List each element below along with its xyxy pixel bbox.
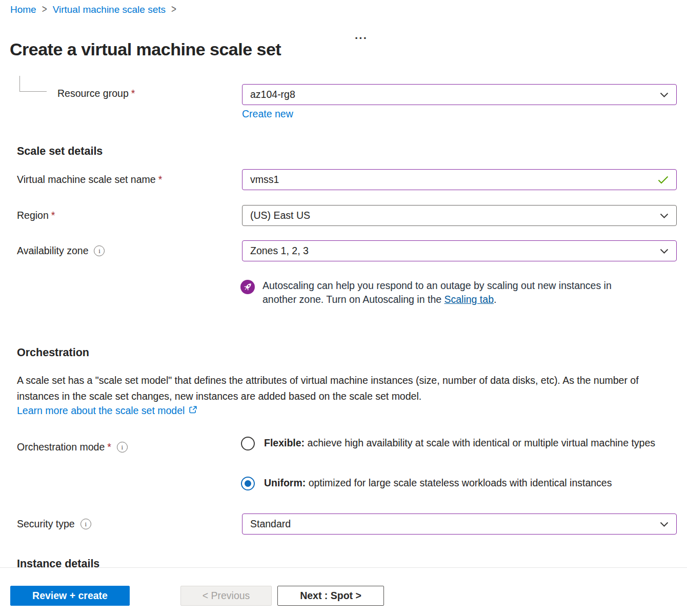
- availability-zone-dropdown[interactable]: Zones 1, 2, 3: [242, 240, 677, 261]
- scaling-tab-link[interactable]: Scaling tab: [444, 294, 494, 305]
- footer-divider: [0, 567, 687, 568]
- valid-check-icon: [658, 176, 669, 184]
- vm-name-input[interactable]: vmss1: [242, 169, 677, 190]
- required-asterisk: *: [131, 88, 135, 99]
- security-type-dropdown[interactable]: Standard: [242, 514, 677, 535]
- autoscaling-note-text: Autoscaling can help you respond to an o…: [262, 279, 642, 306]
- radio-option-uniform[interactable]: Uniform: optimized for large scale state…: [241, 475, 674, 491]
- resource-group-label: Resource group *: [57, 88, 135, 99]
- region-value: (US) East US: [250, 210, 310, 221]
- chevron-down-icon: [660, 522, 669, 527]
- availability-zone-value: Zones 1, 2, 3: [250, 245, 309, 257]
- review-create-button[interactable]: Review + create: [10, 586, 130, 606]
- info-icon[interactable]: i: [80, 519, 91, 529]
- security-type-value: Standard: [250, 518, 291, 530]
- chevron-right-icon: >: [171, 4, 176, 16]
- orchestration-description: A scale set has a "scale set model" that…: [17, 373, 680, 404]
- required-asterisk: *: [158, 174, 163, 186]
- radio-unselected-icon[interactable]: [241, 437, 255, 450]
- learn-more-link[interactable]: Learn more about the scale set model: [17, 405, 185, 417]
- orchestration-heading: Orchestration: [17, 346, 89, 359]
- availability-zone-label: Availability zone i: [17, 245, 105, 257]
- flexible-option-text[interactable]: Flexible: achieve high availability at s…: [264, 435, 659, 451]
- learn-more-link-wrap: Learn more about the scale set model: [17, 405, 197, 417]
- chevron-down-icon: [660, 213, 669, 218]
- info-icon[interactable]: i: [117, 442, 128, 453]
- external-link-icon: [189, 405, 197, 416]
- uniform-option-text[interactable]: Uniform: optimized for large scale state…: [264, 475, 674, 491]
- previous-button[interactable]: < Previous: [180, 586, 272, 606]
- vm-name-label: Virtual machine scale set name *: [17, 174, 162, 186]
- orchestration-mode-label: Orchestration mode * i: [17, 441, 128, 453]
- breadcrumb: Home > Virtual machine scale sets >: [10, 4, 182, 15]
- region-label: Region *: [17, 210, 55, 221]
- radio-option-flexible[interactable]: Flexible: achieve high availability at s…: [241, 435, 659, 451]
- scale-set-details-heading: Scale set details: [17, 145, 103, 158]
- resource-group-dropdown[interactable]: az104-rg8: [242, 84, 677, 105]
- breadcrumb-home[interactable]: Home: [10, 4, 36, 15]
- next-spot-button[interactable]: Next : Spot >: [277, 586, 384, 606]
- required-asterisk: *: [51, 210, 55, 221]
- page-title: Create a virtual machine scale set: [10, 39, 281, 59]
- rocket-icon: [240, 280, 255, 294]
- security-type-label: Security type i: [17, 518, 91, 530]
- radio-selected-icon[interactable]: [241, 477, 255, 490]
- more-options-icon[interactable]: ···: [355, 32, 368, 45]
- chevron-down-icon: [660, 249, 669, 254]
- child-indent-mark: [19, 76, 47, 92]
- form-content: Home > Virtual machine scale sets > Crea…: [0, 0, 687, 567]
- create-vmss-page: Home > Virtual machine scale sets > Crea…: [0, 0, 687, 616]
- region-dropdown[interactable]: (US) East US: [242, 205, 677, 226]
- info-icon[interactable]: i: [94, 245, 105, 256]
- chevron-right-icon: >: [42, 4, 47, 16]
- instance-details-heading: Instance details: [17, 558, 99, 567]
- create-new-link[interactable]: Create new: [242, 108, 293, 120]
- resource-group-value: az104-rg8: [250, 89, 295, 100]
- breadcrumb-vmss[interactable]: Virtual machine scale sets: [53, 4, 166, 15]
- vm-name-value: vmss1: [250, 174, 279, 186]
- chevron-down-icon: [660, 92, 669, 97]
- autoscaling-note: Autoscaling can help you respond to an o…: [240, 279, 642, 306]
- required-asterisk: *: [107, 441, 111, 453]
